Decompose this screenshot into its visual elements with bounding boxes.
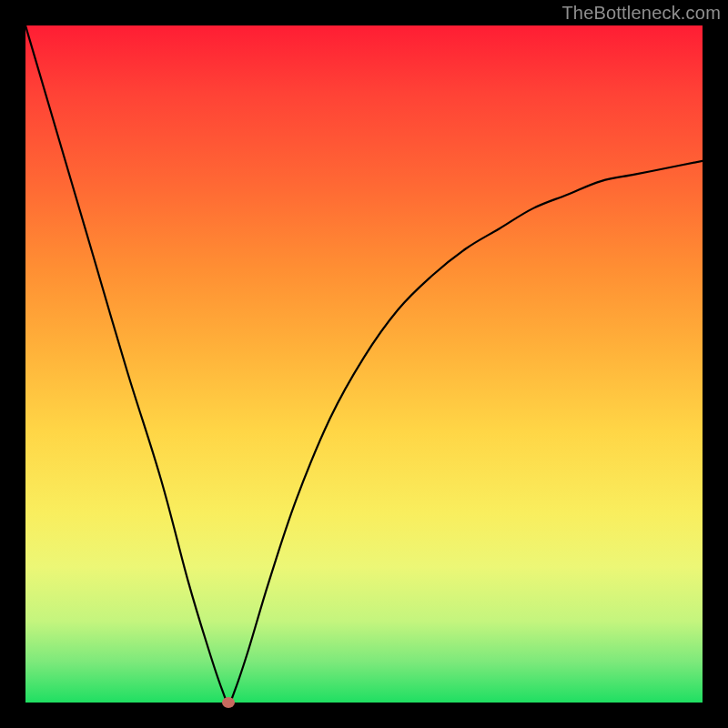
plot-area <box>25 25 703 703</box>
watermark-text: TheBottleneck.com <box>561 3 721 24</box>
bottleneck-curve <box>25 25 703 703</box>
minimum-marker <box>222 697 235 708</box>
chart-frame: TheBottleneck.com <box>0 0 728 728</box>
